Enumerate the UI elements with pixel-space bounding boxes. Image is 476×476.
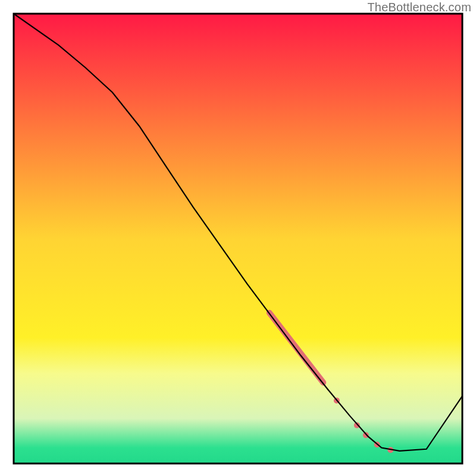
- chart-container: TheBottleneck.com: [0, 0, 476, 476]
- watermark-text: TheBottleneck.com: [367, 1, 471, 14]
- bottleneck-chart-canvas: [0, 0, 476, 476]
